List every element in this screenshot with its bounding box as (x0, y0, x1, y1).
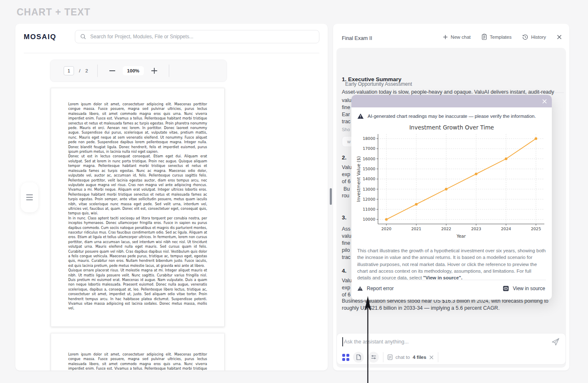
modal-footer-divider (357, 280, 546, 280)
minus-icon (109, 67, 116, 75)
svg-text:12000: 12000 (363, 197, 375, 201)
body-text-fragment: rou (342, 193, 349, 199)
svg-text:2021: 2021 (411, 226, 421, 231)
warning-triangle-icon (357, 113, 364, 119)
settings-sliders-button[interactable] (368, 352, 379, 363)
modal-close-button[interactable] (541, 98, 548, 104)
sidebar-toggle-button[interactable] (21, 182, 38, 212)
zoom-out-button[interactable] (107, 65, 118, 76)
workspace-panel: MOSAIQ 1 / 2 100% Lorem ipsum dolor sit … (15, 24, 328, 371)
chart-reference-modal: AI-generated chart readings may be inacc… (351, 95, 552, 300)
eye-source-icon (503, 286, 509, 291)
tools-divider (383, 352, 383, 362)
global-search[interactable] (75, 30, 319, 43)
section-3-heading: 3. (342, 214, 346, 221)
pdf-paragraph: Lorem ipsum dolor sit amet, consectetuer… (68, 102, 207, 154)
pdf-paragraph: In in nunc. Class aptent taciti sociosqu… (68, 216, 207, 268)
body-text-fragment: Valu (342, 164, 352, 170)
pdf-toolbar: 1 / 2 100% (50, 60, 227, 82)
body-text-line: roughly US $21.6 billion in 2033-34 — im… (342, 305, 499, 311)
body-text-fragment: Valu (342, 278, 352, 284)
zoom-in-button[interactable] (149, 65, 160, 76)
body-text-line: Asset-valuation today is slow, people-he… (342, 89, 554, 95)
chat-files-chip[interactable]: chat to 4 files (388, 354, 434, 360)
history-button[interactable]: History (522, 34, 546, 40)
page-number-input[interactable]: 1 (64, 66, 74, 75)
body-text-fragment: valu (342, 97, 351, 103)
ai-warning-text: AI-generated chart readings may be inacc… (368, 114, 536, 119)
body-text-fragment: of 6 (342, 292, 351, 298)
hamburger-icon (26, 194, 33, 195)
body-text-fragment: fine (342, 104, 350, 110)
page-divider: / (79, 68, 80, 73)
body-text-fragment: exp (342, 285, 350, 291)
file-icon (356, 354, 361, 360)
svg-text:2024: 2024 (501, 226, 511, 231)
page-title: CHART + TEXT (17, 7, 90, 18)
svg-text:Year: Year (456, 234, 466, 239)
close-icon (557, 35, 562, 40)
header-divider (24, 53, 319, 53)
pdf-paragraph: Lorem ipsum dolor sit amet, consectetuer… (68, 352, 207, 371)
search-input[interactable] (90, 34, 319, 40)
search-icon (80, 34, 86, 40)
show-more-fragment: Sho (342, 127, 350, 132)
close-panel-button[interactable] (557, 35, 562, 40)
svg-text:14000: 14000 (363, 177, 375, 181)
section-2-heading: 2. (342, 154, 346, 161)
sliders-icon (371, 355, 376, 360)
pdf-page-2: Lorem ipsum dolor sit amet, consectetuer… (51, 333, 225, 371)
body-text-fragment: valu (342, 233, 351, 239)
send-icon[interactable] (551, 338, 560, 346)
zoom-level: 100% (123, 66, 144, 75)
page-total: 2 (85, 68, 88, 73)
report-error-button[interactable]: Report error (357, 286, 394, 291)
body-text-fragment: trac (342, 254, 351, 260)
panel-resize-handle[interactable] (330, 188, 332, 205)
modal-header-bar (351, 95, 552, 107)
new-chat-button[interactable]: New chat (443, 35, 471, 40)
chat-session-title: Final Exam II (342, 35, 372, 41)
body-text-fragment: Bu (343, 186, 350, 192)
document-icon (388, 354, 393, 360)
pdf-page-1: Lorem ipsum dolor sit amet, consectetuer… (51, 88, 225, 327)
section-4-heading: 4. (342, 268, 346, 274)
history-clock-icon (522, 34, 528, 40)
section-1-heading: 1. Executive Summary (342, 76, 401, 82)
body-text-fragment: fine (342, 240, 350, 246)
toolbar-divider (169, 65, 169, 77)
chat-input-card: chat to 4 files (336, 333, 566, 365)
svg-text:17000: 17000 (363, 146, 375, 151)
view-in-source-button[interactable]: View in source (503, 286, 545, 291)
svg-text:2025: 2025 (531, 226, 541, 231)
pdf-paragraph: Quisque ornare placerat risus. Ut molest… (68, 268, 207, 311)
svg-text:2022: 2022 (441, 226, 451, 231)
body-text-fragment: Ear (342, 112, 350, 117)
body-text-fragment: of 6 (342, 179, 351, 184)
warning-triangle-icon (357, 286, 363, 291)
remove-files-icon[interactable] (429, 355, 434, 360)
pdf-paragraph: Donec ut est in lectus consequat consequ… (68, 154, 207, 216)
body-text-fragment: pilo (342, 247, 350, 253)
svg-text:10000: 10000 (363, 217, 375, 221)
svg-text:16000: 16000 (363, 157, 375, 161)
templates-button[interactable]: Templates (482, 34, 511, 40)
chat-input[interactable] (344, 337, 544, 347)
toolbar-divider (97, 65, 98, 77)
svg-text:13000: 13000 (363, 187, 375, 192)
svg-text:18000: 18000 (363, 136, 375, 141)
svg-text:2020: 2020 (381, 226, 391, 231)
clipboard-icon (482, 34, 487, 40)
app-logo: MOSAIQ (24, 33, 57, 41)
plus-icon (443, 35, 448, 40)
tools-divider (438, 352, 438, 362)
svg-text:11000: 11000 (363, 207, 375, 211)
close-icon (542, 99, 547, 104)
investment-growth-chart: 1000011000120001300014000150001600017000… (355, 132, 550, 241)
attach-file-button[interactable] (353, 352, 364, 363)
apps-grid-button[interactable] (342, 354, 349, 361)
body-text-fragment: exp (342, 172, 350, 177)
body-text-fragment: Ass (342, 226, 351, 232)
body-text-fragment: trac (342, 119, 351, 124)
svg-text:2023: 2023 (471, 226, 481, 231)
